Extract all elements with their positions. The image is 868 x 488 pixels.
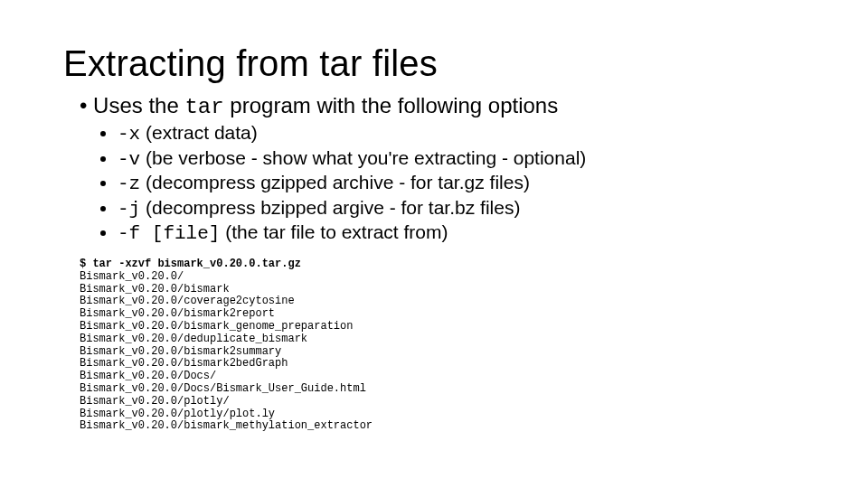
terminal-output: Bismark_v0.20.0/ (80, 270, 184, 283)
option-list: -x (extract data) -v (be verbose - show … (118, 121, 805, 246)
terminal-output: Bismark_v0.20.0/deduplicate_bismark (80, 333, 307, 345)
option-flag: -j (118, 199, 140, 220)
option-desc: (extract data) (140, 122, 258, 143)
slide: Extracting from tar files Uses the tar p… (0, 0, 868, 488)
terminal-block: $ tar -xzvf bismark_v0.20.0.tar.gz Bisma… (80, 258, 805, 433)
option-flag: -z (118, 174, 140, 194)
option-flag: -f [file] (118, 223, 220, 244)
option-desc: (the tar file to extract from) (220, 221, 448, 242)
terminal-output: Bismark_v0.20.0/coverage2cytosine (80, 295, 295, 307)
option-flag: -v (118, 149, 140, 170)
list-item: -v (be verbose - show what you're extrac… (118, 146, 805, 172)
intro-pre: Uses the (93, 93, 184, 117)
intro-line: Uses the tar program with the following … (80, 93, 805, 119)
terminal-output: Bismark_v0.20.0/Docs/ (80, 370, 216, 382)
intro-code: tar (184, 95, 223, 119)
slide-title: Extracting from tar files (63, 43, 805, 84)
terminal-output: Bismark_v0.20.0/bismark2report (80, 307, 275, 320)
terminal-output: Bismark_v0.20.0/bismark2bedGraph (80, 357, 288, 370)
list-item: -z (decompress gzipped archive - for tar… (118, 171, 805, 196)
terminal-output: Bismark_v0.20.0/Docs/Bismark_User_Guide.… (80, 382, 366, 395)
list-item: -f [file] (the tar file to extract from) (118, 221, 805, 246)
terminal-output: Bismark_v0.20.0/bismark (80, 283, 230, 296)
option-desc: (be verbose - show what you're extractin… (140, 147, 586, 168)
terminal-output: Bismark_v0.20.0/bismark2summary (80, 345, 281, 358)
list-item: -x (extract data) (118, 121, 805, 146)
list-item: -j (decompress bzipped argive - for tar.… (118, 196, 805, 221)
intro-post: program with the following options (224, 93, 559, 117)
terminal-output: Bismark_v0.20.0/plotly/ (80, 395, 230, 408)
option-desc: (decompress gzipped archive - for tar.gz… (140, 172, 530, 192)
terminal-output: Bismark_v0.20.0/bismark_genome_preparati… (80, 320, 353, 333)
option-desc: (decompress bzipped argive - for tar.bz … (140, 197, 520, 218)
option-flag: -x (118, 124, 140, 145)
terminal-command: $ tar -xzvf bismark_v0.20.0.tar.gz (80, 258, 301, 270)
terminal-output: Bismark_v0.20.0/plotly/plot.ly (80, 408, 275, 420)
terminal-output: Bismark_v0.20.0/bismark_methylation_extr… (80, 419, 373, 432)
